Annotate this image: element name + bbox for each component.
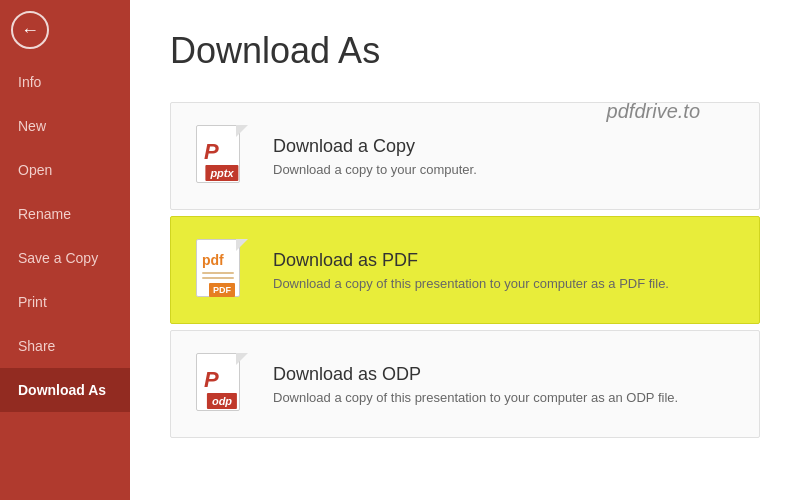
odp-file-icon: P odp bbox=[196, 353, 248, 415]
download-copy-title: Download a Copy bbox=[273, 136, 477, 157]
download-pdf-desc: Download a copy of this presentation to … bbox=[273, 276, 669, 291]
back-button[interactable]: ← bbox=[0, 0, 60, 60]
pdf-file-icon: pdf PDF bbox=[196, 239, 248, 301]
download-odp-text: Download as ODP Download a copy of this … bbox=[273, 364, 678, 405]
sidebar-nav: Info New Open Rename Save a Copy Print S… bbox=[0, 60, 130, 500]
ppt-file-icon: P pptx bbox=[196, 125, 248, 187]
download-pdf-title: Download as PDF bbox=[273, 250, 669, 271]
download-pdf-option[interactable]: pdf PDF Download as PDF Download a copy … bbox=[170, 216, 760, 324]
sidebar-item-print[interactable]: Print bbox=[0, 280, 130, 324]
page-title: Download As bbox=[170, 30, 760, 72]
download-pdf-text: Download as PDF Download a copy of this … bbox=[273, 250, 669, 291]
download-copy-desc: Download a copy to your computer. bbox=[273, 162, 477, 177]
main-content: Download As pdfdrive.to P pptx Download … bbox=[130, 0, 800, 500]
sidebar-item-download-as[interactable]: Download As bbox=[0, 368, 130, 412]
sidebar-item-share[interactable]: Share bbox=[0, 324, 130, 368]
sidebar-item-info[interactable]: Info bbox=[0, 60, 130, 104]
download-pdf-icon: pdf PDF bbox=[187, 235, 257, 305]
download-odp-option[interactable]: P odp Download as ODP Download a copy of… bbox=[170, 330, 760, 438]
back-circle-icon: ← bbox=[11, 11, 49, 49]
sidebar: ← Info New Open Rename Save a Copy Print… bbox=[0, 0, 130, 500]
download-copy-option[interactable]: P pptx Download a Copy Download a copy t… bbox=[170, 102, 760, 210]
download-odp-icon: P odp bbox=[187, 349, 257, 419]
download-copy-icon: P pptx bbox=[187, 121, 257, 191]
download-options-list: P pptx Download a Copy Download a copy t… bbox=[170, 102, 760, 444]
download-copy-text: Download a Copy Download a copy to your … bbox=[273, 136, 477, 177]
download-odp-desc: Download a copy of this presentation to … bbox=[273, 390, 678, 405]
sidebar-item-new[interactable]: New bbox=[0, 104, 130, 148]
sidebar-item-save-copy[interactable]: Save a Copy bbox=[0, 236, 130, 280]
sidebar-item-rename[interactable]: Rename bbox=[0, 192, 130, 236]
download-odp-title: Download as ODP bbox=[273, 364, 678, 385]
sidebar-item-open[interactable]: Open bbox=[0, 148, 130, 192]
